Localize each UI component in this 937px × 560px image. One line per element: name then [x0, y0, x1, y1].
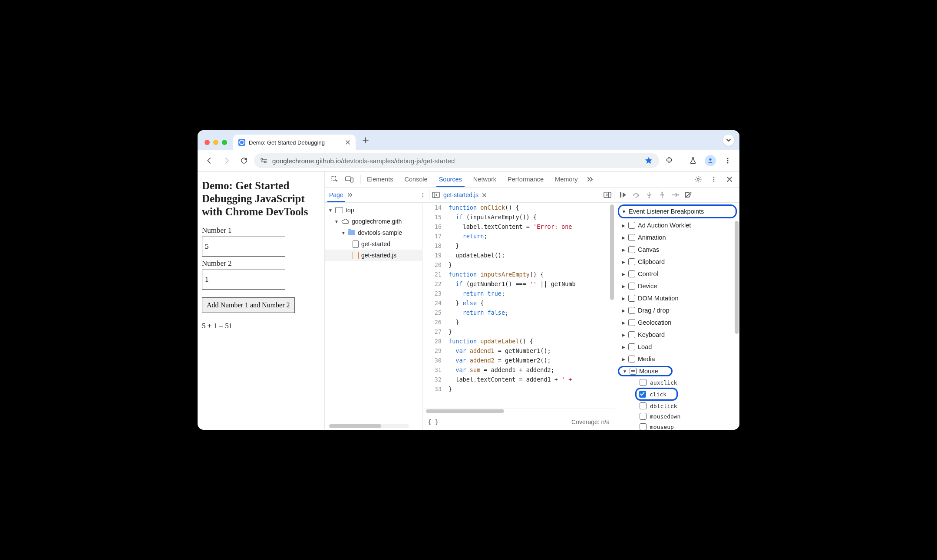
- line-number[interactable]: 21: [422, 270, 448, 279]
- input-number1[interactable]: [202, 237, 285, 257]
- code-line[interactable]: 28function updateLabel() {: [422, 336, 615, 346]
- tree-domain[interactable]: ▼ googlechrome.gith: [325, 216, 422, 227]
- code-line[interactable]: 17 return;: [422, 231, 615, 241]
- breakpoint-category[interactable]: ▶Load: [615, 341, 739, 353]
- code-line[interactable]: 19 updateLabel();: [422, 250, 615, 260]
- checkbox[interactable]: [640, 413, 647, 420]
- bookmark-star-icon[interactable]: [644, 156, 653, 165]
- braces-icon[interactable]: { }: [428, 418, 439, 425]
- breakpoint-category[interactable]: ▶Drag / drop: [615, 304, 739, 316]
- device-toolbar-icon[interactable]: [343, 173, 356, 186]
- devtools-tab-sources[interactable]: Sources: [437, 172, 464, 187]
- minimize-window-icon[interactable]: [213, 140, 218, 145]
- devtools-tabs-overflow-icon[interactable]: [584, 173, 597, 186]
- close-tab-icon[interactable]: [344, 139, 351, 146]
- reload-button[interactable]: [237, 153, 251, 168]
- breakpoint-category[interactable]: ▶Keyboard: [615, 329, 739, 341]
- devtools-tab-performance[interactable]: Performance: [506, 172, 545, 187]
- breakpoint-category[interactable]: ▶Geolocation: [615, 316, 739, 329]
- breakpoint-category[interactable]: ▶Media: [615, 353, 739, 365]
- profile-button[interactable]: [703, 153, 718, 168]
- breakpoint-category[interactable]: ▶Canvas: [615, 244, 739, 256]
- checkbox[interactable]: [640, 402, 647, 409]
- line-number[interactable]: 32: [422, 375, 448, 384]
- line-number[interactable]: 22: [422, 279, 448, 289]
- code-line[interactable]: 26 }: [422, 317, 615, 327]
- line-number[interactable]: 18: [422, 241, 448, 250]
- breakpoint-category[interactable]: ▶Clipboard: [615, 256, 739, 268]
- breakpoint-category[interactable]: ▶DOM Mutation: [615, 292, 739, 304]
- line-number[interactable]: 26: [422, 317, 448, 327]
- zoom-window-icon[interactable]: [222, 140, 227, 145]
- code-line[interactable]: 25 return false;: [422, 308, 615, 317]
- forward-button[interactable]: [219, 153, 234, 168]
- close-window-icon[interactable]: [205, 140, 210, 145]
- inspect-element-icon[interactable]: [328, 173, 341, 186]
- devtools-tab-elements[interactable]: Elements: [365, 172, 395, 187]
- tree-frame-top[interactable]: ▼ top: [325, 204, 422, 216]
- step-into-icon[interactable]: [645, 191, 653, 199]
- step-icon[interactable]: [671, 191, 680, 199]
- breakpoint-event-dblclick[interactable]: dblclick: [615, 401, 739, 411]
- devtools-tab-network[interactable]: Network: [472, 172, 498, 187]
- tabs-overflow-button[interactable]: [723, 135, 734, 146]
- code-line[interactable]: 29 var addend1 = getNumber1();: [422, 346, 615, 356]
- event-listener-breakpoints-header[interactable]: ▼ Event Listener Breakpoints: [618, 204, 737, 218]
- checkbox[interactable]: [628, 270, 635, 277]
- line-number[interactable]: 17: [422, 231, 448, 241]
- tree-folder[interactable]: ▼ devtools-sample: [325, 227, 422, 238]
- devtools-menu-icon[interactable]: [707, 173, 720, 186]
- code-line[interactable]: 18 }: [422, 241, 615, 250]
- step-out-icon[interactable]: [658, 191, 666, 199]
- code-line[interactable]: 31 var sum = addend1 + addend2;: [422, 365, 615, 375]
- line-number[interactable]: 25: [422, 308, 448, 317]
- line-number[interactable]: 20: [422, 260, 448, 270]
- toggle-debugger-icon[interactable]: [604, 191, 611, 198]
- checkbox[interactable]: [628, 343, 635, 350]
- input-number2[interactable]: [202, 270, 285, 290]
- close-file-icon[interactable]: [482, 193, 487, 198]
- devtools-tab-memory[interactable]: Memory: [553, 172, 579, 187]
- navigator-tab-page[interactable]: Page: [328, 188, 344, 202]
- navigator-more-icon[interactable]: [347, 192, 353, 198]
- browser-tab[interactable]: Demo: Get Started Debugging: [233, 135, 356, 150]
- checkbox[interactable]: [628, 307, 635, 314]
- breakpoint-category[interactable]: ▶Device: [615, 280, 739, 292]
- line-number[interactable]: 24: [422, 298, 448, 308]
- checkbox[interactable]: [639, 391, 646, 398]
- debugger-sidebar[interactable]: ▼ Event Listener Breakpoints ▶Ad Auction…: [615, 203, 739, 430]
- checkbox[interactable]: [628, 283, 635, 290]
- breakpoint-event-mouseup[interactable]: mouseup: [615, 422, 739, 430]
- labs-button[interactable]: [686, 153, 700, 168]
- add-button[interactable]: Add Number 1 and Number 2: [202, 297, 295, 313]
- devtools-settings-icon[interactable]: [692, 173, 705, 186]
- checkbox[interactable]: [628, 331, 635, 338]
- code-line[interactable]: 30 var addend2 = getNumber2();: [422, 356, 615, 365]
- checkbox[interactable]: [628, 295, 635, 302]
- line-number[interactable]: 30: [422, 356, 448, 365]
- line-number[interactable]: 23: [422, 289, 448, 298]
- checkbox-mouse[interactable]: [630, 368, 637, 375]
- line-number[interactable]: 14: [422, 203, 448, 212]
- tree-file-html[interactable]: get-started: [325, 238, 422, 250]
- code-line[interactable]: 22 if (getNumber1() === '' || getNumb: [422, 279, 615, 289]
- devtools-tab-console[interactable]: Console: [403, 172, 429, 187]
- breakpoint-event-click[interactable]: click: [635, 388, 678, 401]
- checkbox[interactable]: [628, 319, 635, 326]
- code-line[interactable]: 33}: [422, 384, 615, 394]
- devtools-close-icon[interactable]: [723, 173, 736, 186]
- line-number[interactable]: 31: [422, 365, 448, 375]
- line-number[interactable]: 15: [422, 212, 448, 222]
- checkbox[interactable]: [628, 246, 635, 253]
- back-button[interactable]: [202, 153, 217, 168]
- checkbox[interactable]: [640, 423, 647, 430]
- checkbox[interactable]: [628, 222, 635, 229]
- code-line[interactable]: 20}: [422, 260, 615, 270]
- step-over-icon[interactable]: [632, 191, 640, 199]
- debugger-v-scrollbar[interactable]: [735, 221, 739, 334]
- navigator-menu-icon[interactable]: [420, 192, 426, 198]
- code-line[interactable]: 14function onClick() {: [422, 203, 615, 212]
- deactivate-breakpoints-icon[interactable]: [684, 191, 693, 199]
- code-line[interactable]: 24 } else {: [422, 298, 615, 308]
- line-number[interactable]: 27: [422, 327, 448, 336]
